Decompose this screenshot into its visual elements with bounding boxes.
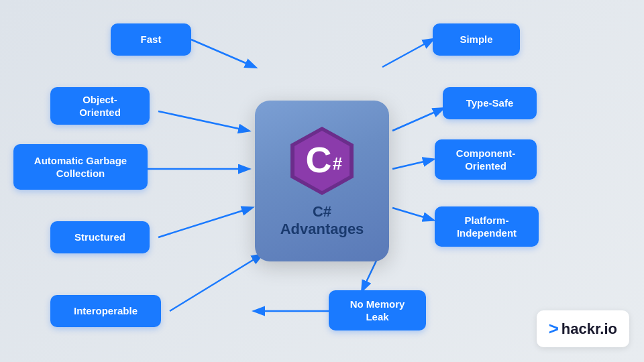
feature-object-oriented: Object- Oriented [50,87,150,125]
chevron-icon: > [549,318,559,339]
feature-interoperable: Interoperable [50,295,161,327]
feature-no-memory-leak: No Memory Leak [329,290,426,330]
feature-structured: Structured [50,221,150,253]
diagram-container: Fast Simple Object- Oriented Type-Safe A… [0,0,644,362]
svg-line-0 [191,40,255,67]
svg-line-3 [392,109,443,131]
feature-simple: Simple [433,23,520,56]
svg-line-2 [158,111,248,131]
svg-line-5 [392,160,433,169]
feature-component-oriented: Component- Oriented [435,139,537,180]
svg-text:#: # [333,154,343,174]
svg-line-1 [382,40,433,67]
svg-line-6 [158,208,252,237]
svg-text:C: C [306,139,332,180]
center-card: C # C# Advantages [255,101,389,261]
feature-platform-independent: Platform- Independent [435,206,539,247]
hackr-text: hackr.io [561,320,617,338]
csharp-logo: C # [285,124,359,198]
feature-auto-gc: Automatic Garbage Collection [13,144,148,190]
hackr-badge: > hackr.io [537,310,629,347]
feature-type-safe: Type-Safe [443,87,537,119]
svg-line-8 [170,255,262,311]
feature-fast: Fast [111,23,191,56]
svg-line-7 [392,208,433,220]
center-title: C# Advantages [280,203,364,239]
